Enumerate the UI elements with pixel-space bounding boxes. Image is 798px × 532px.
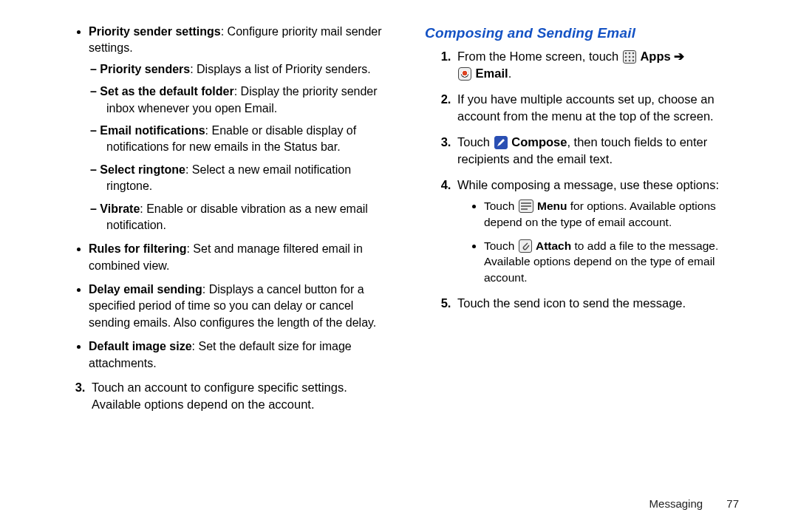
dash-default-folder: Set as the default folder: Display the p… [106, 83, 388, 117]
dash-priority-senders: Priority senders: Displays a list of Pri… [106, 61, 388, 78]
svg-point-7 [629, 59, 631, 61]
rest: : Displays a list of Priority senders. [190, 63, 371, 75]
footer-section: Messaging [649, 497, 703, 510]
svg-point-1 [629, 52, 631, 54]
text-a: Touch an account to configure specific s… [92, 381, 347, 394]
bullet-priority-sender-settings: Priority sender settings: Configure prio… [89, 24, 388, 233]
apps-label: Apps [640, 50, 670, 63]
pre: Touch [484, 200, 518, 212]
right-step-2: If you have multiple accounts set up, ch… [454, 91, 754, 125]
svg-point-5 [632, 55, 635, 58]
svg-point-2 [632, 52, 635, 54]
pre: From the Home screen, touch [457, 50, 622, 63]
sub-menu: Touch Menu for options. Available option… [484, 198, 754, 230]
email-label: Email [476, 66, 508, 80]
post: . [508, 66, 512, 80]
bullet-imgsize: Default image size: Set the default size… [89, 338, 388, 372]
right-step-3: Touch Compose, then touch fields to ente… [454, 134, 754, 168]
lead: Default image size [89, 340, 192, 352]
compose-icon [494, 136, 508, 149]
lead: Set as the default folder [100, 85, 233, 98]
page-number: 77 [726, 497, 739, 510]
attach-label: Attach [536, 239, 571, 252]
menu-icon [519, 200, 533, 213]
svg-point-0 [625, 52, 627, 54]
lead: Vibrate [100, 202, 140, 215]
page-footer: Messaging 77 [649, 497, 739, 510]
text-b: Available options depend on the account. [92, 398, 315, 411]
text: Touch the send icon to send the message. [457, 296, 686, 310]
pre: Touch [484, 239, 518, 252]
text: If you have multiple accounts set up, ch… [457, 92, 715, 123]
arrow-icon: ➔ [674, 50, 684, 63]
lead: Delay email sending [89, 283, 202, 296]
apps-grid-icon [623, 50, 636, 64]
pre: Touch [457, 135, 494, 149]
menu-label: Menu [537, 200, 567, 212]
bullet-delay: Delay email sending: Displays a cancel b… [89, 282, 388, 331]
left-step-3: Touch an account to configure specific s… [89, 379, 388, 413]
svg-point-3 [625, 55, 627, 58]
dash-ringtone: Select ringtone: Select a new email noti… [106, 162, 388, 195]
right-step-5: Touch the send icon to send the message. [454, 295, 754, 312]
sub-attach: Touch Attach to add a file to the messag… [484, 238, 754, 286]
lead: Select ringtone [100, 163, 185, 176]
right-step-4: While composing a message, use these opt… [454, 177, 754, 286]
dash-vibrate: Vibrate: Enable or disable vibration as … [106, 201, 388, 234]
dash-email-notif: Email notifications: Enable or disable d… [106, 123, 388, 156]
right-step-1: From the Home screen, touch Apps ➔ Email… [454, 48, 754, 82]
text: While composing a message, use these opt… [457, 178, 719, 191]
lead: Rules for filtering [89, 242, 186, 255]
compose-label: Compose [511, 135, 567, 149]
bullet-rules: Rules for filtering: Set and manage filt… [89, 241, 388, 274]
email-app-icon [458, 67, 471, 81]
lead: Priority senders [100, 63, 190, 75]
svg-point-8 [632, 59, 635, 61]
svg-point-6 [625, 59, 627, 61]
svg-point-4 [629, 55, 631, 58]
rest: : Enable or disable vibration as a new e… [106, 202, 368, 231]
lead: Priority sender settings [89, 25, 221, 38]
section-heading: Composing and Sending Email [425, 24, 754, 44]
attach-icon [519, 239, 532, 253]
lead: Email notifications [100, 124, 205, 137]
